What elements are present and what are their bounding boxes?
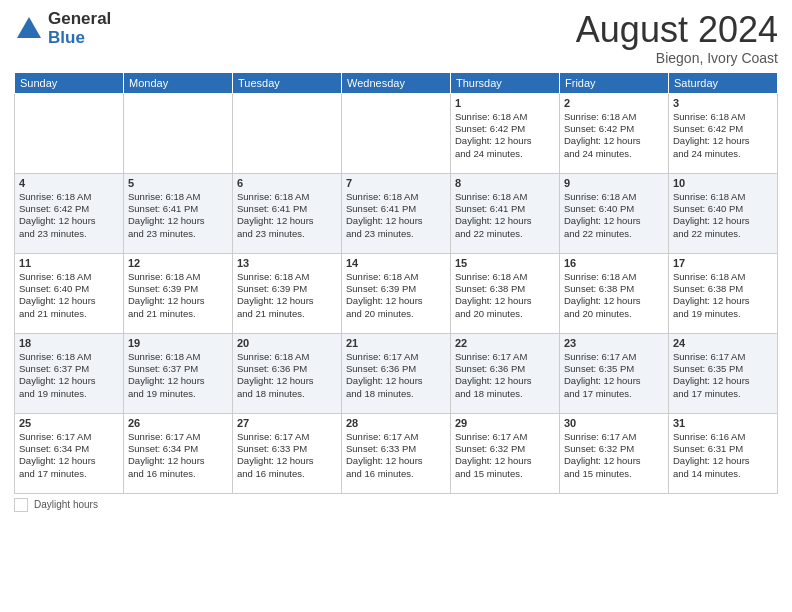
calendar-cell: 28Sunrise: 6:17 AM Sunset: 6:33 PM Dayli… [342,413,451,493]
day-number: 31 [673,417,773,429]
day-number: 9 [564,177,664,189]
calendar-cell: 1Sunrise: 6:18 AM Sunset: 6:42 PM Daylig… [451,93,560,173]
day-info: Sunrise: 6:17 AM Sunset: 6:35 PM Dayligh… [673,351,750,399]
day-number: 24 [673,337,773,349]
page-container: General Blue August 2024 Biegon, Ivory C… [0,0,792,518]
day-info: Sunrise: 6:17 AM Sunset: 6:34 PM Dayligh… [19,431,96,479]
calendar-cell: 12Sunrise: 6:18 AM Sunset: 6:39 PM Dayli… [124,253,233,333]
calendar-cell: 26Sunrise: 6:17 AM Sunset: 6:34 PM Dayli… [124,413,233,493]
day-info: Sunrise: 6:17 AM Sunset: 6:36 PM Dayligh… [455,351,532,399]
calendar-cell: 15Sunrise: 6:18 AM Sunset: 6:38 PM Dayli… [451,253,560,333]
day-info: Sunrise: 6:18 AM Sunset: 6:39 PM Dayligh… [346,271,423,319]
day-number: 8 [455,177,555,189]
day-info: Sunrise: 6:18 AM Sunset: 6:36 PM Dayligh… [237,351,314,399]
location-subtitle: Biegon, Ivory Coast [576,50,778,66]
day-number: 25 [19,417,119,429]
calendar-cell: 13Sunrise: 6:18 AM Sunset: 6:39 PM Dayli… [233,253,342,333]
day-number: 2 [564,97,664,109]
calendar-week-5: 25Sunrise: 6:17 AM Sunset: 6:34 PM Dayli… [15,413,778,493]
day-info: Sunrise: 6:18 AM Sunset: 6:42 PM Dayligh… [19,191,96,239]
header-day-friday: Friday [560,72,669,93]
day-number: 12 [128,257,228,269]
day-info: Sunrise: 6:17 AM Sunset: 6:36 PM Dayligh… [346,351,423,399]
header-day-wednesday: Wednesday [342,72,451,93]
logo-icon [14,14,44,44]
day-number: 7 [346,177,446,189]
day-info: Sunrise: 6:18 AM Sunset: 6:41 PM Dayligh… [128,191,205,239]
header-day-saturday: Saturday [669,72,778,93]
day-number: 15 [455,257,555,269]
svg-marker-0 [17,17,41,38]
day-number: 20 [237,337,337,349]
calendar-week-1: 1Sunrise: 6:18 AM Sunset: 6:42 PM Daylig… [15,93,778,173]
calendar-cell: 4Sunrise: 6:18 AM Sunset: 6:42 PM Daylig… [15,173,124,253]
calendar-cell [15,93,124,173]
calendar-cell [233,93,342,173]
day-number: 10 [673,177,773,189]
calendar-cell: 20Sunrise: 6:18 AM Sunset: 6:36 PM Dayli… [233,333,342,413]
day-number: 4 [19,177,119,189]
logo-blue: Blue [48,29,111,48]
day-info: Sunrise: 6:18 AM Sunset: 6:37 PM Dayligh… [19,351,96,399]
day-info: Sunrise: 6:18 AM Sunset: 6:42 PM Dayligh… [455,111,532,159]
calendar-cell: 3Sunrise: 6:18 AM Sunset: 6:42 PM Daylig… [669,93,778,173]
day-info: Sunrise: 6:18 AM Sunset: 6:40 PM Dayligh… [19,271,96,319]
logo: General Blue [14,10,111,47]
calendar-table: SundayMondayTuesdayWednesdayThursdayFrid… [14,72,778,494]
calendar-cell: 31Sunrise: 6:16 AM Sunset: 6:31 PM Dayli… [669,413,778,493]
calendar-cell: 9Sunrise: 6:18 AM Sunset: 6:40 PM Daylig… [560,173,669,253]
day-info: Sunrise: 6:18 AM Sunset: 6:38 PM Dayligh… [455,271,532,319]
header-day-thursday: Thursday [451,72,560,93]
calendar-cell: 24Sunrise: 6:17 AM Sunset: 6:35 PM Dayli… [669,333,778,413]
day-number: 6 [237,177,337,189]
day-info: Sunrise: 6:17 AM Sunset: 6:33 PM Dayligh… [346,431,423,479]
calendar-cell [124,93,233,173]
calendar-cell: 6Sunrise: 6:18 AM Sunset: 6:41 PM Daylig… [233,173,342,253]
day-number: 28 [346,417,446,429]
header-day-tuesday: Tuesday [233,72,342,93]
day-number: 3 [673,97,773,109]
day-info: Sunrise: 6:18 AM Sunset: 6:41 PM Dayligh… [346,191,423,239]
day-number: 11 [19,257,119,269]
day-info: Sunrise: 6:18 AM Sunset: 6:42 PM Dayligh… [673,111,750,159]
calendar-cell: 21Sunrise: 6:17 AM Sunset: 6:36 PM Dayli… [342,333,451,413]
calendar-cell: 8Sunrise: 6:18 AM Sunset: 6:41 PM Daylig… [451,173,560,253]
calendar-cell: 29Sunrise: 6:17 AM Sunset: 6:32 PM Dayli… [451,413,560,493]
day-info: Sunrise: 6:18 AM Sunset: 6:41 PM Dayligh… [455,191,532,239]
day-number: 5 [128,177,228,189]
day-info: Sunrise: 6:16 AM Sunset: 6:31 PM Dayligh… [673,431,750,479]
day-info: Sunrise: 6:18 AM Sunset: 6:38 PM Dayligh… [673,271,750,319]
day-info: Sunrise: 6:18 AM Sunset: 6:40 PM Dayligh… [564,191,641,239]
logo-general: General [48,10,111,29]
calendar-cell: 16Sunrise: 6:18 AM Sunset: 6:38 PM Dayli… [560,253,669,333]
day-info: Sunrise: 6:18 AM Sunset: 6:37 PM Dayligh… [128,351,205,399]
logo-text: General Blue [48,10,111,47]
header-day-monday: Monday [124,72,233,93]
day-info: Sunrise: 6:18 AM Sunset: 6:40 PM Dayligh… [673,191,750,239]
day-info: Sunrise: 6:17 AM Sunset: 6:32 PM Dayligh… [564,431,641,479]
day-number: 13 [237,257,337,269]
day-number: 26 [128,417,228,429]
calendar-cell [342,93,451,173]
calendar-cell: 19Sunrise: 6:18 AM Sunset: 6:37 PM Dayli… [124,333,233,413]
month-title: August 2024 [576,10,778,50]
header-day-sunday: Sunday [15,72,124,93]
day-number: 27 [237,417,337,429]
calendar-week-4: 18Sunrise: 6:18 AM Sunset: 6:37 PM Dayli… [15,333,778,413]
calendar-cell: 23Sunrise: 6:17 AM Sunset: 6:35 PM Dayli… [560,333,669,413]
calendar-cell: 11Sunrise: 6:18 AM Sunset: 6:40 PM Dayli… [15,253,124,333]
footer: Daylight hours [14,498,778,512]
calendar-cell: 14Sunrise: 6:18 AM Sunset: 6:39 PM Dayli… [342,253,451,333]
day-info: Sunrise: 6:18 AM Sunset: 6:39 PM Dayligh… [237,271,314,319]
day-number: 21 [346,337,446,349]
day-number: 30 [564,417,664,429]
calendar-week-3: 11Sunrise: 6:18 AM Sunset: 6:40 PM Dayli… [15,253,778,333]
calendar-cell: 2Sunrise: 6:18 AM Sunset: 6:42 PM Daylig… [560,93,669,173]
header: General Blue August 2024 Biegon, Ivory C… [14,10,778,66]
title-block: August 2024 Biegon, Ivory Coast [576,10,778,66]
day-number: 17 [673,257,773,269]
day-info: Sunrise: 6:17 AM Sunset: 6:33 PM Dayligh… [237,431,314,479]
day-info: Sunrise: 6:17 AM Sunset: 6:35 PM Dayligh… [564,351,641,399]
daylight-label: Daylight hours [34,499,98,510]
day-number: 23 [564,337,664,349]
